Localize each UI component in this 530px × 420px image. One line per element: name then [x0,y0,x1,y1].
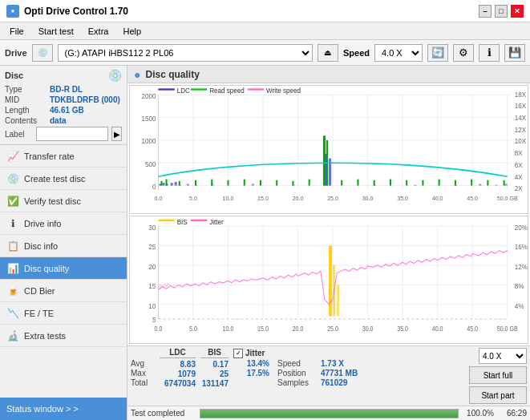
svg-text:50.0 GB: 50.0 GB [497,194,518,201]
progress-track [200,409,459,418]
svg-text:12%: 12% [515,262,528,271]
status-window[interactable]: Status window > > [0,398,127,420]
svg-rect-136 [191,219,207,220]
disc-length-row: Length 46.61 GB [5,106,122,115]
sidebar-item-verify-test-disc[interactable]: ✅ Verify test disc [0,190,127,212]
jitter-header: Jitter [245,349,265,357]
svg-rect-64 [195,180,196,186]
svg-rect-67 [244,180,245,186]
svg-text:25.0: 25.0 [327,194,338,201]
sidebar-item-disc-info[interactable]: 📋 Disc info [0,235,127,257]
progress-bar-container: Test completed 100.0% 66:29 [127,406,530,420]
svg-text:5: 5 [152,314,156,323]
menu-extra[interactable]: Extra [82,25,115,38]
cd-bier-icon: 🍺 [6,285,19,297]
start-part-button[interactable]: Start part [469,386,527,404]
nav-label-verify-test-disc: Verify test disc [24,196,81,206]
svg-rect-79 [422,180,423,186]
bis-max: 25 [200,370,229,378]
menu-help[interactable]: Help [116,25,148,38]
samples-key: Samples [277,378,318,387]
svg-text:5.0: 5.0 [189,325,197,333]
title-bar-left: ● Opti Drive Control 1.70 [6,5,128,18]
sidebar-item-drive-info[interactable]: ℹ Drive info [0,212,127,235]
nav-items: 📈 Transfer rate 💿 Create test disc ✅ Ver… [0,145,127,398]
svg-rect-50 [187,184,189,185]
disc-refresh-icon[interactable]: 💿 [108,69,122,82]
max-label: Max [131,369,155,378]
disc-mid-label: MID [5,95,47,104]
disc-mid-value: TDKBLDRFB (000) [50,95,120,104]
svg-text:15.0: 15.0 [257,325,269,333]
drive-select[interactable]: (G:) ATAPI iHBS112 2 PL06 [58,44,313,62]
svg-text:18X: 18X [515,90,527,99]
nav-label-create-test-disc: Create test disc [24,174,85,184]
svg-text:Read speed: Read speed [209,87,245,95]
buttons-col: 4.0 X Start full Start part [469,348,527,404]
svg-rect-81 [455,180,456,186]
sidebar-item-fe-te[interactable]: 📉 FE / TE [0,302,127,325]
ldc-avg: 8.83 [160,360,196,369]
drive-icon: 💿 [32,44,53,62]
speed-select[interactable]: 4.0 X [374,44,423,62]
svg-rect-69 [276,180,277,186]
refresh-button[interactable]: 🔄 [427,44,448,62]
avg-label: Avg [131,359,155,368]
svg-rect-72 [323,135,326,185]
svg-text:25.0: 25.0 [327,325,338,333]
bis-total: 131147 [200,379,229,388]
sidebar-item-cd-bier[interactable]: 🍺 CD Bier [0,280,127,302]
svg-text:30: 30 [148,223,156,232]
nav-label-transfer-rate: Transfer rate [24,151,75,161]
sidebar-item-disc-quality[interactable]: 📊 Disc quality [0,257,127,280]
disc-header: Disc 💿 [5,69,122,82]
save-button[interactable]: 💾 [504,44,525,62]
svg-rect-131 [329,245,332,316]
svg-text:10X: 10X [515,137,527,146]
stats-speed-select[interactable]: 4.0 X [479,348,527,364]
drive-bar: Drive 💿 (G:) ATAPI iHBS112 2 PL06 ⏏ Spee… [0,40,530,66]
chart1-svg: 2000 1500 1000 500 0 18X 16X 14X 12X 10X… [130,86,528,213]
menu-start-test[interactable]: Start test [32,25,80,38]
svg-text:1500: 1500 [141,115,156,123]
sidebar-item-create-test-disc[interactable]: 💿 Create test disc [0,168,127,190]
maximize-button[interactable]: □ [495,5,508,18]
chart2-wrapper: 30 25 20 15 10 5 20% 16% 12% 8% 4% 0.0 5… [129,216,528,345]
extra-tests-icon: 🔬 [6,329,19,342]
start-full-button[interactable]: Start full [469,366,527,384]
svg-rect-68 [260,180,261,186]
svg-rect-89 [248,88,264,90]
svg-text:15.0: 15.0 [257,194,269,201]
svg-rect-85 [158,88,174,90]
stats-speed-col: Speed 1.73 X Position 47731 MB Samples 7… [277,348,358,387]
disc-contents-row: Contents data [5,116,122,125]
jitter-checkbox[interactable]: ✓ [233,349,243,358]
sidebar-item-transfer-rate[interactable]: 📈 Transfer rate [0,145,127,168]
info-button[interactable]: ℹ [479,44,500,62]
svg-rect-71 [309,180,310,186]
svg-text:5.0: 5.0 [189,194,197,201]
eject-button[interactable]: ⏏ [318,44,338,62]
position-value: 47731 MB [321,369,358,378]
svg-text:BIS: BIS [177,217,188,226]
disc-type-value: BD-R DL [50,85,83,94]
disc-contents-label: Contents [5,116,47,125]
position-key: Position [277,369,318,378]
minimize-button[interactable]: – [479,5,492,18]
close-button[interactable]: ✕ [511,5,524,18]
menu-file[interactable]: File [3,25,30,38]
settings-button[interactable]: ⚙ [453,44,474,62]
svg-text:25: 25 [148,242,156,251]
bis-header: BIS [200,348,229,358]
nav-label-disc-info: Disc info [24,241,58,251]
stats-bis-col: BIS 0.17 25 131147 [200,348,229,388]
disc-label-go-button[interactable]: ▶ [111,127,122,141]
svg-text:4X: 4X [515,172,523,181]
title-bar-controls: – □ ✕ [479,5,524,18]
sidebar-item-extra-tests[interactable]: 🔬 Extra tests [0,325,127,347]
svg-rect-45 [171,183,173,185]
status-window-label: Status window > > [6,404,79,414]
svg-text:20: 20 [148,262,156,271]
disc-label-input[interactable] [36,127,108,141]
speed-value: 1.73 X [321,359,344,368]
